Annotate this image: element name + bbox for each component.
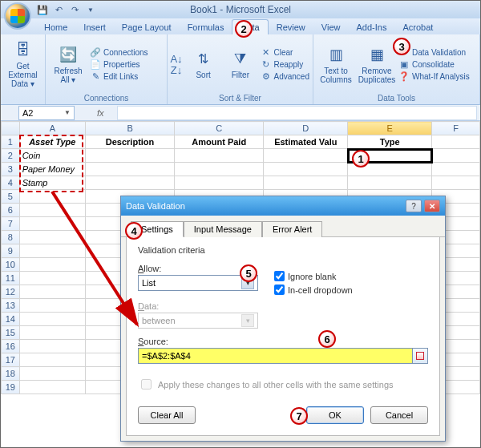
refresh-icon: 🔄 [59, 46, 78, 65]
tab-home[interactable]: Home [36, 20, 75, 34]
chevron-down-icon[interactable]: ▼ [64, 109, 71, 116]
properties-icon: 📄 [90, 59, 101, 71]
window-title: Book1 - Microsoft Excel [190, 4, 291, 15]
quick-access-toolbar: 💾 ↶ ↷ ▼ [36, 3, 97, 16]
office-logo-icon [10, 9, 25, 23]
consolidate-button[interactable]: ▣Consolidate [398, 59, 470, 71]
tab-acrobat[interactable]: Acrobat [394, 20, 441, 34]
database-icon: 🗄 [14, 41, 33, 60]
text-to-columns-button[interactable]: ▥ Text to Columns [317, 46, 355, 84]
remove-dup-icon: ▦ [367, 46, 386, 65]
callout-4: 4 [125, 222, 143, 240]
whatif-button[interactable]: ❓What-If Analysis [398, 71, 470, 83]
sort-desc-icon[interactable]: Z↓ [171, 65, 182, 76]
link-icon: 🔗 [90, 47, 101, 59]
callout-6: 6 [318, 330, 336, 348]
edit-links-button[interactable]: ✎Edit Links [90, 71, 148, 83]
callout-7: 7 [290, 407, 308, 425]
qat-dropdown-icon[interactable]: ▼ [84, 3, 97, 16]
advanced-icon: ⚙ [261, 71, 272, 83]
edit-links-icon: ✎ [90, 71, 101, 83]
formula-input[interactable] [117, 106, 477, 120]
callout-3: 3 [393, 38, 410, 55]
get-external-data-button[interactable]: 🗄 Get External Data ▾ [4, 41, 42, 88]
get-external-label: Get External Data ▾ [4, 62, 42, 88]
worksheet-grid[interactable]: A B C D E F 1 Asset Type Description Amo… [1, 121, 480, 448]
save-icon[interactable]: 💾 [36, 3, 49, 16]
annotation-arrow [1, 121, 480, 448]
whatif-icon: ❓ [398, 71, 410, 83]
name-box[interactable]: A2▼ [18, 106, 75, 120]
group-connections-label: Connections [49, 93, 164, 104]
office-button[interactable] [4, 2, 31, 30]
svg-line-0 [52, 192, 137, 325]
tab-addins[interactable]: Add-Ins [348, 20, 394, 34]
remove-duplicates-button[interactable]: ▦ Remove Duplicates [358, 46, 396, 84]
reapply-icon: ↻ [261, 59, 272, 71]
callout-1: 1 [352, 150, 370, 167]
undo-icon[interactable]: ↶ [52, 3, 65, 16]
text-columns-icon: ▥ [326, 46, 346, 65]
fx-icon[interactable]: fx [97, 108, 104, 118]
sort-button[interactable]: ⇅ Sort [186, 50, 220, 79]
filter-button[interactable]: ⧩ Filter [223, 50, 257, 79]
tab-view[interactable]: View [313, 20, 349, 34]
clear-icon: ✕ [261, 47, 272, 59]
advanced-button[interactable]: ⚙Advanced [261, 71, 309, 83]
tab-insert[interactable]: Insert [75, 20, 114, 34]
consolidate-icon: ▣ [398, 59, 410, 71]
properties-button[interactable]: 📄Properties [90, 59, 148, 71]
titlebar: 💾 ↶ ↷ ▼ Book1 - Microsoft Excel [1, 1, 480, 18]
tab-page-layout[interactable]: Page Layout [114, 20, 180, 34]
clear-button[interactable]: ✕Clear [261, 47, 309, 59]
group-sortfilter-label: Sort & Filter [171, 93, 309, 104]
callout-5: 5 [240, 264, 257, 282]
tab-formulas[interactable]: Formulas [180, 20, 232, 34]
group-label [4, 93, 42, 104]
callout-2: 2 [235, 20, 253, 38]
sort-icon: ⇅ [194, 50, 213, 69]
formula-bar: A2▼ fx [1, 105, 480, 121]
funnel-icon: ⧩ [231, 50, 250, 69]
tab-review[interactable]: Review [269, 20, 313, 34]
redo-icon[interactable]: ↷ [68, 3, 81, 16]
group-datatools-label: Data Tools [317, 93, 476, 104]
connections-button[interactable]: 🔗Connections [90, 47, 148, 59]
refresh-all-button[interactable]: 🔄 Refresh All ▾ [49, 46, 87, 84]
reapply-button[interactable]: ↻Reapply [261, 59, 309, 71]
sort-asc-icon[interactable]: A↓ [171, 54, 182, 65]
